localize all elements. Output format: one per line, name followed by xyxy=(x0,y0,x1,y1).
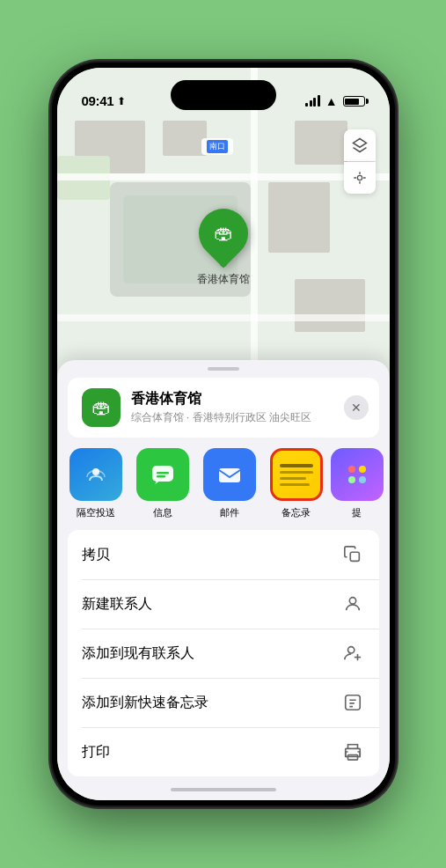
status-icons: ▲ xyxy=(305,94,364,108)
phone-frame: 09:41 ⬆ ▲ xyxy=(52,63,395,805)
mail-label: 邮件 xyxy=(220,506,239,519)
share-mail[interactable]: 邮件 xyxy=(198,448,261,519)
new-contact-icon xyxy=(340,592,365,616)
action-list: 拷贝 新建联系人 xyxy=(68,530,379,776)
share-airdrop[interactable]: 隔空投送 xyxy=(64,448,128,519)
svg-rect-12 xyxy=(345,695,360,710)
svg-point-9 xyxy=(347,647,354,653)
home-indicator xyxy=(171,788,276,791)
notes-icon xyxy=(270,448,323,501)
svg-rect-16 xyxy=(347,755,357,761)
location-arrow-icon: ⬆ xyxy=(117,95,126,107)
copy-icon xyxy=(340,542,365,567)
svg-point-1 xyxy=(357,175,362,180)
add-existing-icon xyxy=(340,641,365,666)
svg-rect-6 xyxy=(219,468,240,482)
notes-label: 备忘录 xyxy=(281,506,311,519)
action-add-notes[interactable]: 添加到新快速备忘录 xyxy=(68,678,379,727)
sheet-handle xyxy=(208,367,239,371)
add-existing-label: 添加到现有联系人 xyxy=(82,644,340,663)
airdrop-label: 隔空投送 xyxy=(77,506,115,519)
svg-point-2 xyxy=(92,468,99,475)
more-icon xyxy=(331,448,384,501)
action-print[interactable]: 打印 xyxy=(68,727,379,776)
wifi-icon: ▲ xyxy=(325,94,338,108)
mail-icon xyxy=(203,448,256,501)
svg-rect-4 xyxy=(157,472,169,474)
map-layers-button[interactable] xyxy=(344,129,376,161)
print-label: 打印 xyxy=(82,743,340,761)
status-time: 09:41 xyxy=(82,93,114,108)
copy-label: 拷贝 xyxy=(82,546,340,564)
messages-label: 信息 xyxy=(153,506,172,519)
add-notes-label: 添加到新快速备忘录 xyxy=(82,694,340,712)
svg-marker-0 xyxy=(353,139,366,148)
venue-close-button[interactable]: ✕ xyxy=(344,395,369,420)
share-more[interactable]: 提 xyxy=(332,448,383,519)
share-notes[interactable]: 备忘录 xyxy=(265,448,328,519)
battery-icon xyxy=(343,96,365,107)
action-new-contact[interactable]: 新建联系人 xyxy=(68,579,379,629)
print-icon xyxy=(340,739,365,764)
svg-rect-5 xyxy=(157,475,165,478)
venue-name: 香港体育馆 xyxy=(131,390,365,408)
south-label: 南口 xyxy=(201,138,233,155)
venue-header: 🏟 香港体育馆 综合体育馆 · 香港特别行政区 油尖旺区 ✕ xyxy=(68,378,379,438)
bottom-sheet: 🏟 香港体育馆 综合体育馆 · 香港特别行政区 油尖旺区 ✕ xyxy=(57,360,390,800)
svg-rect-7 xyxy=(350,552,359,561)
action-add-existing[interactable]: 添加到现有联系人 xyxy=(68,629,379,678)
venue-subtitle: 综合体育馆 · 香港特别行政区 油尖旺区 xyxy=(131,410,365,425)
location-pin: 🏟 香港体育馆 xyxy=(197,209,250,287)
action-copy[interactable]: 拷贝 xyxy=(68,530,379,579)
signal-bars-icon xyxy=(305,96,320,107)
pin-label: 香港体育馆 xyxy=(197,272,250,287)
new-contact-label: 新建联系人 xyxy=(82,595,340,614)
venue-icon: 🏟 xyxy=(82,388,121,427)
messages-icon xyxy=(136,448,189,501)
map-controls xyxy=(344,129,376,194)
airdrop-icon xyxy=(69,448,122,501)
share-messages[interactable]: 信息 xyxy=(131,448,194,519)
share-row: 隔空投送 信息 xyxy=(57,438,390,530)
my-location-button[interactable] xyxy=(344,162,376,194)
more-label: 提 xyxy=(352,506,362,519)
add-notes-icon xyxy=(340,690,365,715)
phone-screen: 09:41 ⬆ ▲ xyxy=(57,68,390,800)
svg-point-8 xyxy=(349,598,355,604)
dynamic-island xyxy=(171,80,276,110)
